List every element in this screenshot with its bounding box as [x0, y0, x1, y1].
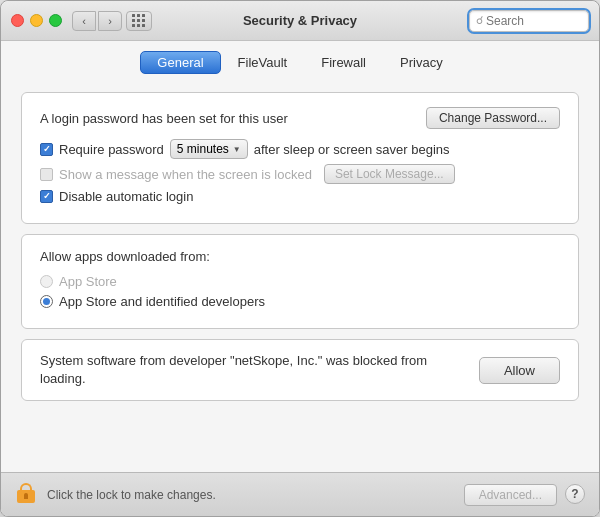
- app-store-devs-radio-label: App Store and identified developers: [59, 294, 265, 309]
- set-lock-message-button[interactable]: Set Lock Message...: [324, 164, 455, 184]
- window-title: Security & Privacy: [243, 13, 357, 28]
- click-lock-text: Click the lock to make changes.: [47, 488, 454, 502]
- allow-apps-section: Allow apps downloaded from: App Store Ap…: [21, 234, 579, 329]
- tabbar: General FileVault Firewall Privacy: [1, 41, 599, 80]
- lock-icon[interactable]: [15, 483, 37, 507]
- search-input[interactable]: [486, 14, 582, 28]
- maximize-button[interactable]: [49, 14, 62, 27]
- login-password-text: A login password has been set for this u…: [40, 111, 288, 126]
- forward-button[interactable]: ›: [98, 11, 122, 31]
- show-message-label: Show a message when the screen is locked: [59, 167, 312, 182]
- panel: A login password has been set for this u…: [1, 80, 599, 472]
- allow-apps-title: Allow apps downloaded from:: [40, 249, 560, 264]
- app-store-radio-label: App Store: [59, 274, 117, 289]
- tab-general[interactable]: General: [140, 51, 220, 74]
- grid-icon: [132, 14, 146, 28]
- show-message-row: Show a message when the screen is locked…: [40, 164, 560, 184]
- show-message-checkbox[interactable]: [40, 168, 53, 181]
- traffic-lights: [11, 14, 62, 27]
- bottombar: Click the lock to make changes. Advanced…: [1, 472, 599, 516]
- blocked-software-section: System software from developer "netSkope…: [21, 339, 579, 401]
- app-store-radio[interactable]: [40, 275, 53, 288]
- app-store-devs-radio[interactable]: [40, 295, 53, 308]
- app-store-radio-row: App Store: [40, 274, 560, 289]
- allow-button[interactable]: Allow: [479, 357, 560, 384]
- nav-buttons: ‹ ›: [72, 11, 122, 31]
- bottom-right-buttons: Advanced... ?: [464, 484, 585, 506]
- disable-autologin-label: Disable automatic login: [59, 189, 193, 204]
- blocked-software-text: System software from developer "netSkope…: [40, 352, 467, 388]
- help-button[interactable]: ?: [565, 484, 585, 504]
- require-password-checkbox[interactable]: [40, 143, 53, 156]
- window: ‹ › Security & Privacy ☌ General FileVau…: [0, 0, 600, 517]
- minimize-button[interactable]: [30, 14, 43, 27]
- login-password-section: A login password has been set for this u…: [21, 92, 579, 224]
- lock-keyhole: [24, 493, 28, 499]
- app-store-devs-radio-row: App Store and identified developers: [40, 294, 560, 309]
- tab-privacy[interactable]: Privacy: [383, 51, 460, 74]
- lock-body: [17, 490, 35, 503]
- content: General FileVault Firewall Privacy A log…: [1, 41, 599, 472]
- require-password-row: Require password 5 minutes ▼ after sleep…: [40, 139, 560, 159]
- dropdown-arrow-icon: ▼: [233, 145, 241, 154]
- login-password-row: A login password has been set for this u…: [40, 107, 560, 129]
- advanced-button[interactable]: Advanced...: [464, 484, 557, 506]
- grid-button[interactable]: [126, 11, 152, 31]
- search-icon: ☌: [476, 14, 483, 27]
- require-password-label: Require password: [59, 142, 164, 157]
- after-sleep-label: after sleep or screen saver begins: [254, 142, 450, 157]
- titlebar: ‹ › Security & Privacy ☌: [1, 1, 599, 41]
- password-interval-value: 5 minutes: [177, 142, 229, 156]
- close-button[interactable]: [11, 14, 24, 27]
- disable-autologin-checkbox[interactable]: [40, 190, 53, 203]
- back-button[interactable]: ‹: [72, 11, 96, 31]
- change-password-button[interactable]: Change Password...: [426, 107, 560, 129]
- search-box[interactable]: ☌: [469, 10, 589, 32]
- disable-autologin-row: Disable automatic login: [40, 189, 560, 204]
- password-interval-dropdown[interactable]: 5 minutes ▼: [170, 139, 248, 159]
- tab-firewall[interactable]: Firewall: [304, 51, 383, 74]
- tab-filevault[interactable]: FileVault: [221, 51, 305, 74]
